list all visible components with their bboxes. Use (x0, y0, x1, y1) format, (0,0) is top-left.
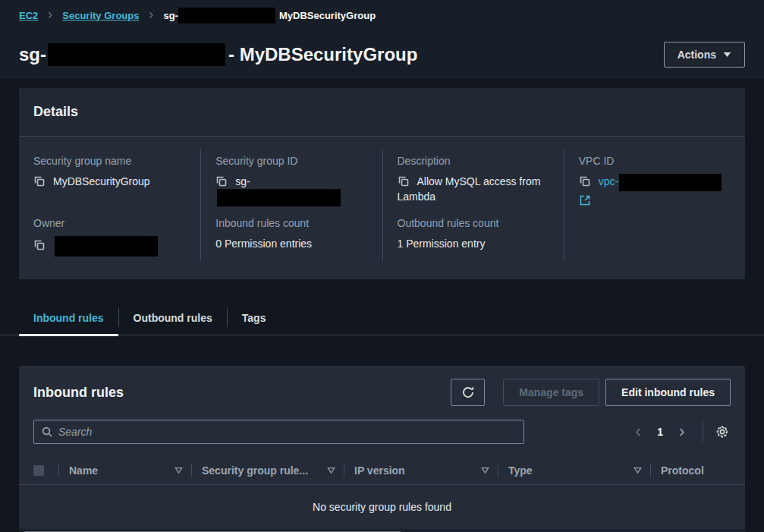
search-icon (41, 426, 53, 438)
field-label: Inbound rules count (215, 217, 367, 229)
title-sg-name: - MyDBSecurityGroup (228, 44, 417, 65)
tab-inbound-rules[interactable]: Inbound rules (19, 301, 118, 335)
redacted-owner-id (55, 236, 158, 257)
page-number[interactable]: 1 (657, 426, 663, 438)
field-security-group-id: Security group ID sg- (200, 149, 382, 211)
field-value: vpc- (579, 174, 731, 206)
field-label: VPC ID (579, 155, 731, 167)
page-header: EC2 Security Groups sg- MyDBSecurityGrou… (0, 0, 764, 79)
redacted-security-group-id (178, 8, 275, 24)
field-label: Security group ID (215, 155, 367, 167)
field-value: MyDBSecurityGroup (33, 174, 186, 189)
column-label: Security group rule... (202, 464, 308, 477)
security-group-id-value: sg- (235, 175, 250, 187)
copy-icon[interactable] (215, 175, 228, 187)
search-input[interactable] (58, 426, 517, 438)
filter-caret-icon[interactable] (481, 467, 489, 474)
tab-tags[interactable]: Tags (228, 301, 281, 335)
column-label: Protocol (661, 464, 704, 477)
breadcrumb-ec2-link[interactable]: EC2 (19, 10, 38, 21)
filter-caret-icon[interactable] (327, 467, 335, 474)
redacted-vpc-id (619, 174, 722, 191)
inbound-rules-panel: Inbound rules Manage tags Edit inbound r… (19, 366, 745, 532)
field-description: Description Allow MySQL access from Lamb… (382, 149, 564, 211)
refresh-icon (461, 386, 475, 399)
actions-button-label: Actions (678, 49, 716, 61)
table-header-row: Name Security group rule... IP version T… (19, 456, 745, 485)
field-value: Allow MySQL access from Lambda (398, 174, 549, 204)
field-empty (564, 211, 745, 261)
field-owner: Owner (19, 211, 200, 261)
filter-caret-icon[interactable] (174, 467, 183, 474)
details-grid: Security group name MyDBSecurityGroup Se… (19, 137, 745, 279)
field-value: 0 Permission entries (215, 236, 367, 251)
tab-label: Outbound rules (134, 312, 212, 324)
column-header-type[interactable]: Type (498, 456, 650, 484)
preferences-gear-button[interactable] (714, 423, 731, 440)
details-title: Details (33, 104, 731, 120)
pagination: 1 (630, 421, 731, 442)
details-card-header: Details (19, 88, 745, 137)
field-value (33, 236, 186, 257)
field-label: Owner (33, 217, 186, 229)
copy-icon[interactable] (33, 239, 46, 251)
column-header-protocol[interactable]: Protocol (651, 456, 745, 484)
field-inbound-rules-count: Inbound rules count 0 Permission entries (200, 211, 382, 261)
select-all-checkbox[interactable] (33, 465, 44, 476)
select-all-checkbox-cell (19, 456, 58, 484)
column-label: IP version (354, 464, 405, 477)
inbound-rules-panel-title: Inbound rules (33, 385, 124, 401)
previous-page-button[interactable] (630, 423, 647, 441)
breadcrumb-sg-name: MyDBSecurityGroup (279, 10, 376, 21)
field-value: 1 Permission entry (398, 236, 549, 251)
description-value: Allow MySQL access from Lambda (398, 175, 541, 203)
tab-label: Inbound rules (33, 312, 104, 324)
title-sg-prefix: sg- (19, 44, 46, 65)
breadcrumb-sg-prefix: sg- (163, 10, 178, 21)
column-header-security-group-rule[interactable]: Security group rule... (192, 456, 344, 484)
breadcrumb-current-item: sg- MyDBSecurityGroup (163, 8, 376, 24)
field-label: Outbound rules count (398, 217, 549, 229)
breadcrumb-chevron-icon (146, 11, 156, 20)
inbound-rules-count-value: 0 Permission entries (215, 238, 312, 250)
field-security-group-name: Security group name MyDBSecurityGroup (19, 149, 200, 211)
copy-icon[interactable] (33, 175, 46, 187)
field-outbound-rules-count: Outbound rules count 1 Permission entry (382, 211, 564, 261)
column-header-name[interactable]: Name (59, 456, 191, 484)
security-group-name-value: MyDBSecurityGroup (53, 175, 150, 187)
inbound-rules-panel-header: Inbound rules Manage tags Edit inbound r… (19, 366, 745, 414)
toolbar-divider (703, 421, 703, 442)
next-page-button[interactable] (673, 423, 690, 441)
empty-state-message: No security group rules found (19, 485, 745, 529)
column-label: Type (508, 464, 533, 477)
field-label: Security group name (33, 155, 186, 167)
title-row: sg- - MyDBSecurityGroup Actions (19, 30, 745, 79)
details-card: Details Security group name MyDBSecurity… (19, 88, 745, 279)
refresh-button[interactable] (451, 379, 485, 406)
panel-actions: Manage tags Edit inbound rules (451, 379, 731, 406)
table-toolbar: 1 (19, 420, 745, 444)
filter-caret-icon[interactable] (634, 467, 642, 474)
actions-button[interactable]: Actions (664, 42, 745, 68)
external-link-icon[interactable] (579, 194, 731, 206)
column-label: Name (69, 464, 98, 477)
vpc-id-link[interactable]: vpc- (599, 175, 618, 187)
field-label: Description (398, 155, 549, 167)
page-title: sg- - MyDBSecurityGroup (19, 43, 417, 66)
field-value: sg- (215, 174, 367, 206)
copy-icon[interactable] (398, 175, 410, 187)
gear-icon (715, 425, 729, 439)
outbound-rules-count-value: 1 Permission entry (398, 238, 486, 250)
edit-inbound-rules-button[interactable]: Edit inbound rules (605, 379, 731, 406)
horizontal-scrollbar[interactable] (19, 529, 745, 532)
column-header-ip-version[interactable]: IP version (344, 456, 498, 484)
copy-icon[interactable] (579, 175, 591, 187)
field-vpc-id: VPC ID vpc- (564, 149, 745, 211)
tab-bar: Inbound rules Outbound rules Tags (0, 301, 764, 335)
tab-outbound-rules[interactable]: Outbound rules (119, 301, 227, 335)
breadcrumb-security-groups-link[interactable]: Security Groups (62, 10, 139, 21)
breadcrumb-chevron-icon (46, 11, 55, 20)
manage-tags-button[interactable]: Manage tags (503, 379, 599, 406)
breadcrumb: EC2 Security Groups sg- MyDBSecurityGrou… (19, 0, 745, 30)
search-box[interactable] (33, 420, 524, 444)
